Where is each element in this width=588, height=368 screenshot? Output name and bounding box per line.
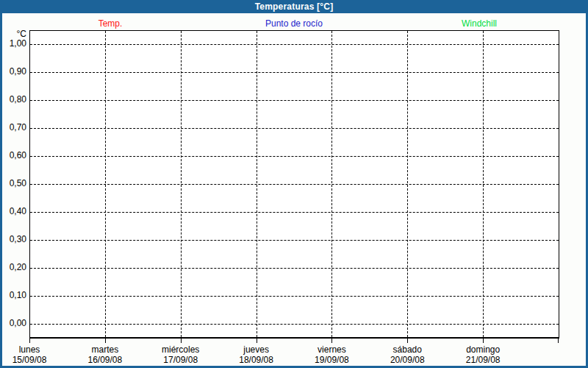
y-gridline	[30, 296, 559, 297]
y-axis-unit-label: °C	[0, 29, 26, 39]
x-day-name: miércoles	[140, 344, 221, 355]
y-tick-label: 0,60	[0, 151, 26, 160]
x-tick-mark	[105, 339, 106, 343]
legend-item-windchill: Windchill	[442, 18, 516, 29]
x-gridline	[257, 31, 257, 337]
y-gridline	[30, 156, 559, 157]
x-day-name: martes	[65, 344, 146, 355]
x-day-name: viernes	[291, 344, 372, 355]
x-tick-mark	[181, 339, 182, 343]
y-tick-label: 0,00	[0, 319, 26, 328]
x-date: 20/09/08	[367, 355, 448, 365]
x-tick-mark	[483, 339, 484, 343]
x-day-name: sábado	[367, 344, 448, 355]
y-tick-label: 0,10	[0, 291, 26, 300]
x-category-label: viernes19/09/08	[291, 344, 372, 365]
y-gridline	[30, 100, 559, 101]
y-tick-label: 0,70	[0, 123, 26, 132]
x-day-name: domingo	[442, 344, 523, 355]
y-tick-label: 0,20	[0, 263, 26, 272]
x-tick-mark	[257, 339, 257, 343]
x-tick-mark	[29, 339, 30, 343]
y-gridline	[30, 240, 559, 241]
x-gridline	[331, 31, 332, 337]
y-gridline	[30, 268, 559, 269]
x-category-label: domingo21/09/08	[442, 344, 523, 365]
x-category-label: lunes15/09/08	[0, 344, 70, 365]
x-day-name: lunes	[0, 344, 70, 355]
x-category-label: jueves18/09/08	[216, 344, 297, 365]
y-gridline	[30, 212, 559, 213]
x-tick-mark	[331, 339, 332, 343]
app-window: Temperaturas [°C] Temp. Punto de rocío W…	[0, 0, 588, 368]
x-date: 18/09/08	[216, 355, 297, 365]
plot-area	[29, 30, 559, 339]
x-tick-mark	[407, 339, 408, 343]
x-gridline	[483, 31, 484, 337]
title-bar: Temperaturas [°C]	[0, 0, 588, 13]
y-gridline	[30, 324, 559, 325]
x-gridline	[105, 31, 106, 337]
y-tick-label: 0,40	[0, 207, 26, 216]
y-tick-label: 1,00	[0, 39, 26, 49]
x-category-label: sábado20/09/08	[367, 344, 448, 365]
y-gridline	[30, 184, 559, 185]
y-tick-label: 0,80	[0, 95, 26, 105]
y-gridline	[30, 128, 559, 129]
x-category-label: martes16/09/08	[65, 344, 146, 365]
legend-item-punto-de-rocio: Punto de rocío	[249, 18, 339, 29]
x-date: 17/09/08	[140, 355, 221, 365]
y-tick-label: 0,90	[0, 67, 26, 77]
y-tick-label: 0,50	[0, 179, 26, 188]
x-date: 16/09/08	[65, 355, 146, 365]
x-tick-mark	[558, 339, 559, 343]
window-title: Temperaturas [°C]	[255, 1, 334, 12]
x-date: 21/09/08	[442, 355, 523, 365]
y-gridline	[30, 72, 559, 73]
y-gridline	[30, 44, 559, 45]
x-gridline	[407, 31, 408, 337]
legend-item-temp: Temp.	[74, 18, 147, 29]
x-date: 15/09/08	[0, 355, 70, 365]
x-category-label: miércoles17/09/08	[140, 344, 221, 365]
x-day-name: jueves	[216, 344, 297, 355]
x-date: 19/09/08	[291, 355, 372, 365]
y-tick-label: 0,30	[0, 235, 26, 244]
x-gridline	[181, 31, 182, 337]
